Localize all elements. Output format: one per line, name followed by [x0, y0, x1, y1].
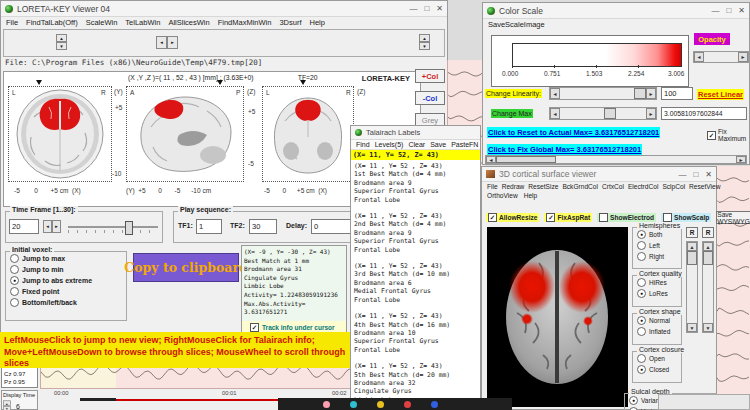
reset-actual-max-link[interactable]: Click to Reset to Actual Max= 3.63176512…: [487, 127, 660, 138]
fix-global-max-link[interactable]: Click to Fix Global Max= 3.6317651271820…: [487, 144, 642, 155]
left-arrow-icon[interactable]: ◄: [156, 36, 167, 49]
reset-linear-link[interactable]: Reset Linear: [697, 89, 744, 100]
slider-thumb[interactable]: [125, 221, 133, 235]
taskbar-app-icon[interactable]: [350, 401, 357, 408]
right-arrow-icon[interactable]: ►: [52, 220, 61, 233]
left-arrow-icon[interactable]: ◄: [550, 88, 560, 99]
left-arrow-icon[interactable]: ◄: [43, 220, 52, 233]
display-time-spinner[interactable]: ▲ ▼: [3, 400, 11, 410]
minimize-icon[interactable]: —: [409, 4, 417, 13]
taskbar-app-icon[interactable]: [323, 401, 330, 408]
allowresize-toggle[interactable]: ✓ AllowResize: [486, 213, 539, 222]
time-frame-spinner[interactable]: ◄ ►: [43, 220, 61, 233]
save-wysiwyg-button[interactable]: Save WYSIWYG: [716, 211, 750, 224]
left-arrow-icon[interactable]: ◄: [694, 52, 704, 62]
radio-left[interactable]: Left: [637, 241, 681, 250]
max-value[interactable]: 3.00581097602844: [661, 107, 747, 120]
time-frame-value[interactable]: 20: [9, 219, 39, 234]
radio-lores[interactable]: ●LoRes: [637, 289, 681, 298]
radio-inflated[interactable]: Inflated: [637, 327, 681, 336]
maximize-icon[interactable]: □: [693, 170, 698, 179]
menu-orthoview[interactable]: OrthoView: [487, 192, 518, 199]
radio-jump-to-abs-extreme[interactable]: ●Jump to abs extreme: [10, 276, 126, 285]
plus-col-button[interactable]: +Col: [415, 69, 445, 83]
loreta-titlebar[interactable]: LORETA-KEY Viewer 04 — □ ✕: [1, 1, 447, 17]
menu-find[interactable]: Find: [356, 141, 370, 148]
down-arrow-icon[interactable]: ▼: [3, 406, 11, 410]
menu-file[interactable]: File: [6, 18, 18, 27]
left-arrow-icon[interactable]: ◄: [550, 108, 560, 119]
minimize-icon[interactable]: —: [678, 170, 686, 179]
spinner-left[interactable]: ▲ ▼: [56, 34, 67, 50]
menu-bckgrndcol[interactable]: BckGrndCol: [562, 183, 598, 190]
fix-maximum-row[interactable]: ✓ Fix Maximum: [707, 128, 749, 142]
axial-slice-view[interactable]: [8, 86, 112, 182]
radio-both[interactable]: ●Both: [637, 230, 681, 239]
talairach-match-list[interactable]: (X= 11 , Y= 52 , Z= 43) 1st Best Match (…: [351, 160, 480, 406]
r-button-1[interactable]: R: [686, 227, 698, 238]
menu-savescaleimage[interactable]: SaveScaleImage: [488, 20, 545, 29]
radio-normal[interactable]: ●Normal: [637, 316, 681, 325]
max-scrollbar[interactable]: ◄ ►: [549, 107, 657, 120]
right-arrow-icon[interactable]: ►: [646, 88, 656, 99]
menu-electrdcol[interactable]: ElectrdCol: [628, 183, 658, 190]
tf2-value[interactable]: 30: [249, 219, 277, 234]
menu-help[interactable]: Help: [524, 192, 538, 199]
menu-pastefn[interactable]: PasteFN: [451, 141, 478, 148]
coronal-slice-view[interactable]: [262, 86, 354, 182]
linearity-scrollbar[interactable]: ◄ ►: [549, 87, 657, 100]
right-arrow-icon[interactable]: ►: [738, 52, 748, 62]
menu-help[interactable]: Help: [310, 18, 325, 27]
rotation-scrollbar-2[interactable]: ▲ ▼: [702, 241, 714, 333]
radio-closed[interactable]: ●Closed: [637, 365, 681, 374]
menu-levels[interactable]: Levels(5): [375, 141, 404, 148]
down-arrow-icon[interactable]: ▼: [687, 323, 697, 332]
menu-allsliceswin[interactable]: AllSlicesWin: [168, 18, 209, 27]
colorscale-hscrollbar[interactable]: ◄ ►: [485, 155, 747, 164]
radio-jump-to-min[interactable]: Jump to min: [10, 265, 126, 274]
showscalp-toggle[interactable]: ShowScalp: [661, 213, 711, 222]
time-frame-slider[interactable]: [68, 226, 158, 228]
menu-sclpcol[interactable]: SclpCol: [662, 183, 685, 190]
taskbar-app-icon[interactable]: [404, 401, 411, 408]
radio-hires[interactable]: HiRes: [637, 278, 681, 287]
close-icon[interactable]: ✕: [738, 6, 745, 15]
selected-coordinates-row[interactable]: (X= 11, Y= 52, Z= 43): [351, 150, 480, 160]
taskbar-app-icon[interactable]: [377, 401, 384, 408]
showelectrod-toggle[interactable]: ShowElectrod: [597, 213, 656, 222]
menu-save[interactable]: Save: [430, 141, 446, 148]
radio-jump-to-max[interactable]: Jump to max: [10, 254, 126, 263]
up-arrow-icon[interactable]: ▲: [687, 242, 697, 251]
right-arrow-icon[interactable]: ►: [736, 156, 746, 163]
viewer3d-titlebar[interactable]: 3D cortical surface viewer — □ ✕: [482, 167, 716, 182]
surface-3d-canvas[interactable]: [487, 227, 628, 407]
menu-findmaxminwin[interactable]: FindMaxMinWin: [218, 18, 272, 27]
menu-crtxcol[interactable]: CrtxCol: [602, 183, 624, 190]
radio-open[interactable]: Open: [637, 354, 681, 363]
minus-col-button[interactable]: -Col: [415, 91, 445, 105]
up-arrow-icon[interactable]: ▲: [56, 34, 67, 42]
menu-scalewin[interactable]: ScaleWin: [86, 18, 118, 27]
up-arrow-icon[interactable]: ▲: [419, 34, 430, 42]
r-button-2[interactable]: R: [702, 227, 714, 238]
close-icon[interactable]: ✕: [436, 4, 443, 13]
tf1-value[interactable]: 1: [196, 219, 222, 234]
fixasprat-toggle[interactable]: ✓ FixAspRat: [544, 213, 592, 222]
talairach-titlebar[interactable]: Talairach Labels: [351, 126, 480, 140]
menu-redraw[interactable]: Redraw: [502, 183, 525, 190]
menu-resetview[interactable]: ResetView: [689, 183, 720, 190]
minimize-icon[interactable]: —: [711, 6, 719, 15]
colorscale-titlebar[interactable]: Color Scale — □ ✕: [483, 3, 749, 19]
rotation-scrollbar-1[interactable]: ▲ ▼: [686, 241, 698, 333]
menu-file[interactable]: File: [487, 183, 498, 190]
sagittal-slice-view[interactable]: [126, 86, 244, 182]
menu-findtallab[interactable]: FindTalLab(Off): [26, 18, 78, 27]
down-arrow-icon[interactable]: ▼: [56, 42, 67, 50]
maximize-icon[interactable]: □: [424, 4, 429, 13]
right-arrow-icon[interactable]: ►: [646, 108, 656, 119]
linearity-value[interactable]: 100: [661, 87, 693, 100]
menu-resetsize[interactable]: ResetSize: [528, 183, 558, 190]
menu-tellabwin[interactable]: TelLabWin: [125, 18, 160, 27]
radio-right[interactable]: Right: [637, 252, 681, 261]
radio-fixed-point[interactable]: Fixed point: [10, 287, 126, 296]
